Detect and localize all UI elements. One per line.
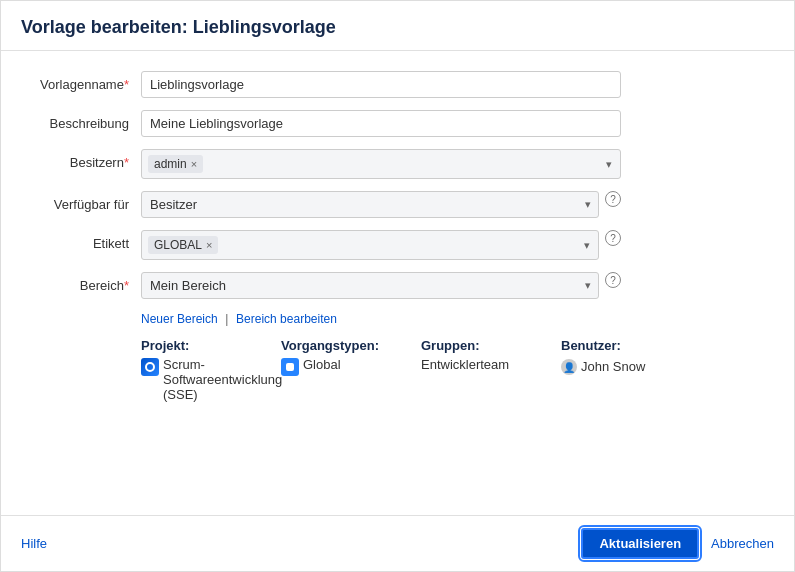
besitzern-select[interactable]: admin × ▾ <box>141 149 621 179</box>
issue-type-name: Global <box>303 357 341 372</box>
bereich-label: Bereich* <box>31 272 141 293</box>
users-header: Benutzer: <box>561 338 701 353</box>
etikett-help-icon[interactable]: ? <box>605 230 621 246</box>
vorlagenname-input[interactable] <box>141 71 621 98</box>
user-name: John Snow <box>581 359 645 374</box>
update-button[interactable]: Aktualisieren <box>581 528 699 559</box>
verfugbar-label: Verfügbar für <box>31 191 141 212</box>
help-button[interactable]: Hilfe <box>21 536 47 551</box>
etikett-dropdown-arrow: ▾ <box>584 239 590 252</box>
verfugbar-help-icon[interactable]: ? <box>605 191 621 207</box>
bereich-select[interactable]: Mein Bereich <box>141 272 599 299</box>
dialog-title: Vorlage bearbeiten: Lieblingsvorlage <box>21 17 774 38</box>
verfugbar-select[interactable]: Besitzer <box>141 191 599 218</box>
edit-area-link[interactable]: Bereich bearbeiten <box>236 312 337 326</box>
etikett-tag-close[interactable]: × <box>206 240 212 251</box>
etikett-select[interactable]: GLOBAL × ▾ <box>141 230 599 260</box>
beschreibung-input[interactable] <box>141 110 621 137</box>
groups-header: Gruppen: <box>421 338 561 353</box>
links-separator: | <box>225 312 228 326</box>
besitzern-tag-close[interactable]: × <box>191 159 197 170</box>
besitzern-label: Besitzern* <box>31 149 141 170</box>
project-header: Projekt: <box>141 338 281 353</box>
bereich-help-icon[interactable]: ? <box>605 272 621 288</box>
group-name: Entwicklerteam <box>421 357 509 372</box>
besitzern-tag: admin × <box>148 155 203 173</box>
issue-types-header: Vorgangstypen: <box>281 338 421 353</box>
beschreibung-label: Beschreibung <box>31 110 141 131</box>
project-name: Scrum-Softwareentwicklung (SSE) <box>163 357 282 402</box>
project-icon <box>141 358 159 376</box>
etikett-label: Etikett <box>31 230 141 251</box>
vorlagenname-label: Vorlagenname* <box>31 71 141 92</box>
cancel-button[interactable]: Abbrechen <box>711 536 774 551</box>
new-area-link[interactable]: Neuer Bereich <box>141 312 218 326</box>
user-avatar: 👤 <box>561 359 577 375</box>
besitzern-dropdown-arrow: ▾ <box>606 158 612 171</box>
etikett-tag: GLOBAL × <box>148 236 218 254</box>
issue-type-icon <box>281 358 299 376</box>
